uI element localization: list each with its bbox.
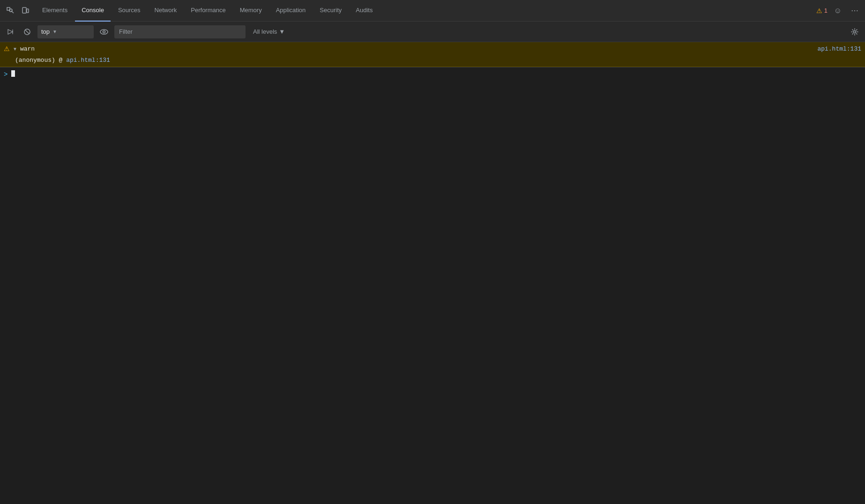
log-level-arrow: ▼ [279, 28, 285, 35]
warning-badge[interactable]: ⚠ 1 [816, 7, 828, 15]
warning-count: 1 [824, 7, 828, 14]
live-expressions-button[interactable] [97, 25, 111, 38]
clear-console-button[interactable] [21, 25, 34, 38]
context-selector[interactable]: top ▼ [37, 25, 94, 38]
prompt-cursor [11, 70, 15, 77]
context-value: top [41, 28, 50, 35]
tab-network[interactable]: Network [148, 0, 184, 22]
warn-expand-arrow[interactable]: ▼ [13, 46, 17, 52]
svg-point-10 [103, 30, 105, 33]
tab-security[interactable]: Security [313, 0, 348, 22]
log-level-selector[interactable]: All levels ▼ [249, 26, 289, 37]
tab-bar-right: ⚠ 1 ☺ ⋯ [816, 4, 861, 17]
svg-rect-4 [27, 9, 29, 13]
svg-point-9 [100, 30, 108, 34]
svg-point-11 [854, 30, 856, 33]
tab-performance[interactable]: Performance [184, 0, 232, 22]
svg-line-8 [25, 30, 29, 34]
warn-row-header: ⚠ ▼ warn api.html:131 [0, 42, 865, 55]
tab-bar-left [4, 4, 32, 17]
tabs-container: Elements Console Sources Network Perform… [36, 0, 816, 22]
tab-audits[interactable]: Audits [349, 0, 379, 22]
log-level-label: All levels [253, 28, 277, 35]
prompt-arrow: > [4, 71, 7, 78]
tab-sources[interactable]: Sources [112, 0, 147, 22]
svg-marker-5 [8, 30, 13, 34]
filter-input[interactable] [114, 25, 246, 38]
console-toolbar: top ▼ All levels ▼ [0, 22, 865, 42]
warn-entry-label: warn [20, 45, 35, 52]
tab-bar: Elements Console Sources Network Perform… [0, 0, 865, 22]
device-toggle-button[interactable] [19, 4, 32, 17]
warning-icon: ⚠ [816, 7, 822, 15]
expand-panel-button[interactable] [4, 25, 17, 38]
more-options-button[interactable]: ⋯ [848, 4, 861, 17]
tab-console[interactable]: Console [75, 0, 111, 22]
console-prompt-row[interactable]: > [0, 67, 865, 81]
inspect-element-button[interactable] [4, 4, 17, 17]
warn-source-link[interactable]: api.html:131 [817, 45, 861, 52]
warn-row-detail: (anonymous) @ api.html:131 [0, 55, 865, 67]
feedback-button[interactable]: ☺ [831, 4, 844, 17]
warn-entry-icon: ⚠ [4, 45, 10, 52]
console-content: ⚠ ▼ warn api.html:131 (anonymous) @ api.… [0, 42, 865, 504]
tab-elements[interactable]: Elements [36, 0, 74, 22]
tab-application[interactable]: Application [269, 0, 313, 22]
warn-detail-prefix: (anonymous) @ [15, 57, 66, 64]
console-settings-button[interactable] [848, 25, 861, 38]
svg-rect-3 [22, 7, 26, 13]
warn-entry: ⚠ ▼ warn api.html:131 (anonymous) @ api.… [0, 42, 865, 67]
warn-detail-link[interactable]: api.html:131 [66, 57, 110, 64]
context-dropdown-arrow: ▼ [52, 29, 57, 34]
tab-memory[interactable]: Memory [233, 0, 268, 22]
